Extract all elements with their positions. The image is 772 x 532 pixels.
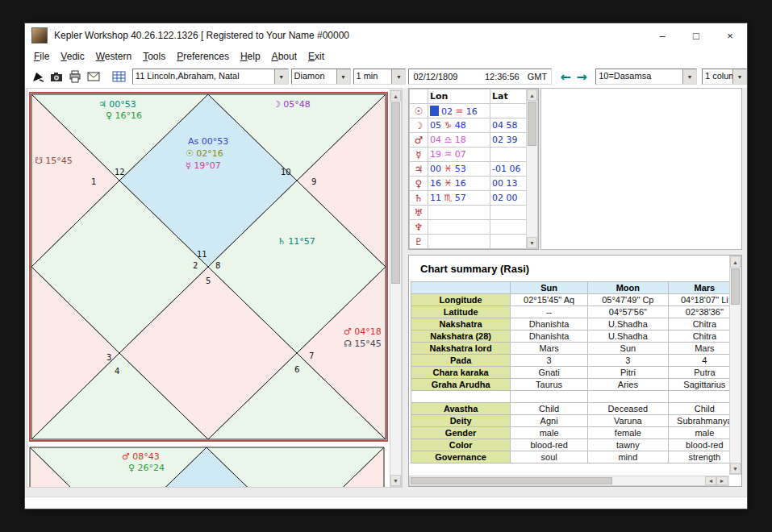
scroll-down-icon[interactable]: ▼ <box>527 237 537 248</box>
summary-value: U.Shadha <box>588 330 669 343</box>
menu-item-help[interactable]: Help <box>235 49 266 64</box>
lon-cell[interactable]: 00 ♓ 53 <box>428 162 490 177</box>
date-value[interactable]: 02/12/1809 <box>413 72 457 81</box>
planet-glyph[interactable]: ♆ <box>410 220 428 235</box>
menu-item-tools[interactable]: Tools <box>137 49 171 64</box>
scroll-down-icon[interactable]: ▼ <box>390 475 401 486</box>
maximize-button[interactable]: □ <box>679 23 713 48</box>
lon-cell[interactable]: 11 ♏ 57 <box>428 191 490 206</box>
planet-glyph[interactable]: ☽ <box>410 118 428 133</box>
planet-label: ♀ 16°16 <box>106 110 142 121</box>
datetime-field[interactable]: 02/12/1809 12:36:56 GMT <box>408 69 552 85</box>
lon-cell[interactable]: 05 ♑ 48 <box>428 118 490 133</box>
summary-value: Child <box>511 403 588 415</box>
lon-cell[interactable] <box>428 235 490 249</box>
step-forward-button[interactable]: → <box>574 69 589 85</box>
lat-cell[interactable] <box>490 148 528 162</box>
lat-cell[interactable]: -01 06 <box>490 162 528 177</box>
planet-row: ♂04 ♎ 1802 39 <box>410 133 528 148</box>
summary-value: Dhanishta <box>511 318 588 330</box>
planet-glyph[interactable]: ♀ <box>410 177 428 191</box>
summary-table: SunMoonMars Longitude02°15'45" Aq05°47'4… <box>411 281 741 463</box>
main-chart[interactable]: ♃ 00°53♀ 16°16☽ 05°48As 00°53☉ 02°16☿ 19… <box>29 92 388 442</box>
menu-item-preferences[interactable]: Preferences <box>171 49 235 64</box>
lon-cell[interactable] <box>428 206 490 220</box>
menu-item-vedic[interactable]: Vedic <box>55 49 90 64</box>
summary-value: Deceased <box>588 403 669 415</box>
chevron-down-icon[interactable]: ▼ <box>682 69 696 84</box>
summary-value: Mars <box>511 343 588 355</box>
lon-cell[interactable]: 04 ♎ 18 <box>428 133 490 148</box>
planet-table-header-lon: Lon <box>428 89 490 104</box>
app-window: Kepler Workshop 40.26.122.1326 [ Registe… <box>24 23 748 509</box>
summary-hscrollbar[interactable]: ◄ ► <box>409 476 729 486</box>
lon-cell[interactable]: 16 ♓ 16 <box>428 177 490 191</box>
varga-select[interactable]: 10=Dasamsa ▼ <box>595 69 697 85</box>
scroll-thumb[interactable] <box>391 102 400 284</box>
lat-cell[interactable] <box>490 235 528 249</box>
summary-row-label: Avastha <box>411 403 511 415</box>
planet-table-header-lat: Lat <box>490 89 528 104</box>
close-button[interactable]: × <box>713 23 747 48</box>
chart-style-select[interactable]: Diamon ▼ <box>291 69 351 85</box>
summary-row-label <box>411 391 511 403</box>
summary-value: female <box>588 427 669 439</box>
lat-cell[interactable]: 04 58 <box>490 118 528 133</box>
email-icon[interactable] <box>86 69 102 85</box>
lat-cell[interactable]: 00 13 <box>490 177 528 191</box>
second-chart[interactable]: ♂ 08°43♀ 26°24 <box>29 447 385 487</box>
summary-column-moon: Moon <box>588 282 669 294</box>
scroll-right-icon[interactable]: ► <box>716 476 728 485</box>
scroll-left-icon[interactable]: ◄ <box>705 476 716 485</box>
lat-cell[interactable]: 02 39 <box>490 133 528 148</box>
planet-glyph[interactable]: ♇ <box>410 235 428 249</box>
pen-icon[interactable] <box>30 69 46 85</box>
planet-label: ♂ 08°43 <box>122 451 160 462</box>
scroll-up-icon[interactable]: ▲ <box>527 89 537 101</box>
menu-item-about[interactable]: About <box>266 49 303 64</box>
scroll-thumb[interactable] <box>731 268 740 305</box>
chevron-down-icon[interactable]: ▼ <box>391 69 405 84</box>
scroll-up-icon[interactable]: ▲ <box>390 90 401 102</box>
chevron-down-icon[interactable]: ▼ <box>732 69 746 84</box>
chart-select[interactable]: 11 Lincoln,Abraham, Natal ▼ <box>132 69 289 85</box>
planet-glyph[interactable]: ♂ <box>410 133 428 148</box>
minimize-button[interactable]: – <box>645 23 679 48</box>
time-value[interactable]: 12:36:56 <box>485 72 520 81</box>
summary-value: soul <box>511 451 588 463</box>
lon-cell[interactable] <box>428 220 490 235</box>
planet-glyph[interactable]: ♄ <box>410 191 428 206</box>
planet-glyph[interactable]: ♃ <box>410 162 428 177</box>
menu-item-western[interactable]: Western <box>90 49 137 64</box>
lon-cell[interactable]: 02 ♒ 16 <box>428 104 490 118</box>
lat-cell[interactable] <box>490 220 528 235</box>
lat-cell[interactable] <box>490 104 528 118</box>
menu-item-exit[interactable]: Exit <box>303 49 330 64</box>
planet-glyph[interactable]: ☿ <box>410 148 428 162</box>
scroll-up-icon[interactable]: ▲ <box>730 256 741 268</box>
scroll-down-icon[interactable]: ▼ <box>730 463 741 474</box>
planet-glyph[interactable]: ♅ <box>410 206 428 220</box>
planet-glyph[interactable]: ☉ <box>410 104 428 118</box>
lat-cell[interactable] <box>490 206 528 220</box>
time-step-select[interactable]: 1 min ▼ <box>353 69 407 85</box>
summary-vscrollbar[interactable]: ▲ ▼ <box>729 256 741 475</box>
columns-select[interactable]: 1 colum ▼ <box>702 69 747 85</box>
print-icon[interactable] <box>67 69 83 85</box>
chart-pane-scrollbar[interactable]: ▲ ▼ <box>390 89 402 487</box>
lat-cell[interactable]: 02 00 <box>490 191 528 206</box>
step-back-button[interactable]: ← <box>558 69 573 85</box>
summary-corner-cell <box>411 282 511 294</box>
camera-icon[interactable] <box>48 69 65 85</box>
grid-icon[interactable] <box>111 69 127 85</box>
planet-table-scrollbar[interactable]: ▲ ▼ <box>526 89 538 249</box>
chevron-down-icon[interactable]: ▼ <box>336 69 350 84</box>
lon-cell[interactable]: 19 ♒ 07 <box>428 148 490 162</box>
scroll-thumb[interactable] <box>411 477 612 484</box>
summary-value: male <box>511 427 588 439</box>
chevron-down-icon[interactable]: ▼ <box>274 69 288 84</box>
menu-item-file[interactable]: File <box>28 49 55 64</box>
planet-table-header-row: LonLat <box>410 89 528 104</box>
scroll-thumb[interactable] <box>528 102 536 146</box>
chart-summary-pane: Chart summary (Rasi) SunMoonMars Longitu… <box>408 255 742 487</box>
